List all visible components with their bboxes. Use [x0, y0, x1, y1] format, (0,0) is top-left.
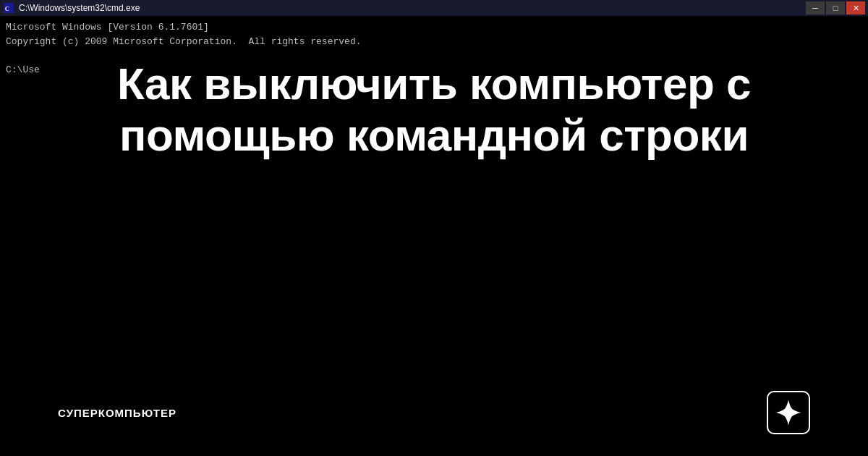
window-title: C:\Windows\system32\cmd.exe: [19, 3, 140, 13]
title-line-2: помощью командной строки: [119, 110, 749, 160]
cmd-icon: C: [3, 2, 14, 14]
prompt-text: C:\Use: [6, 63, 40, 77]
site-label: СУПЕРКОМПЬЮТЕР: [58, 407, 176, 419]
title-line-1: Как выключить компьютер с: [117, 59, 751, 109]
cmd-window: C C:\Windows\system32\cmd.exe ─ □ ✕ Micr…: [0, 0, 868, 456]
bottom-bar: СУПЕРКОМПЬЮТЕР: [0, 391, 868, 434]
window-controls: ─ □ ✕: [806, 1, 865, 14]
minimize-button[interactable]: ─: [806, 1, 825, 14]
star-logo-icon: [767, 391, 810, 434]
svg-text:C: C: [5, 5, 9, 12]
maximize-button[interactable]: □: [826, 1, 845, 14]
terminal-line-2: Copyright (c) 2009 Microsoft Corporation…: [6, 35, 862, 49]
close-button[interactable]: ✕: [846, 1, 865, 14]
window-titlebar: C C:\Windows\system32\cmd.exe ─ □ ✕: [0, 0, 868, 16]
terminal-line-1: Microsoft Windows [Version 6.1.7601]: [6, 20, 862, 35]
article-title-overlay: Как выключить компьютер с помощью команд…: [36, 58, 832, 161]
titlebar-left: C C:\Windows\system32\cmd.exe: [3, 2, 140, 14]
article-title: Как выключить компьютер с помощью команд…: [36, 58, 832, 161]
